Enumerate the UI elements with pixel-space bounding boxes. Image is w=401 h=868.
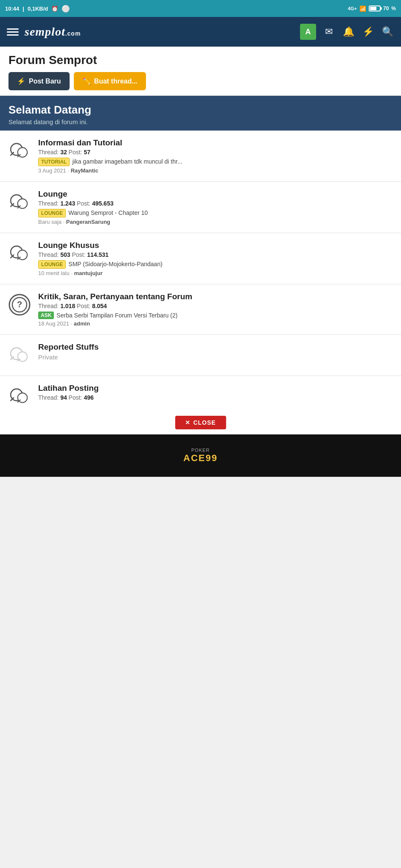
close-x-icon: ✕ xyxy=(185,419,191,426)
ad-logo: ACE99 xyxy=(183,453,218,464)
forum-last-post-lounge-khusus: LOUNGE SMP (Sidoarjo-Mojokerto-Pandaan) xyxy=(38,260,394,269)
status-right: 4G+ 📶 70 % xyxy=(348,6,396,12)
forum-item-reported-stuffs[interactable]: Reported Stuffs Private xyxy=(0,335,401,376)
forum-info-reported: Reported Stuffs Private xyxy=(38,342,394,361)
page-title: Forum Semprot xyxy=(8,53,393,67)
forum-list: Informasi dan Tutorial Thread: 32 Post: … xyxy=(0,131,401,434)
forum-info-informasi: Informasi dan Tutorial Thread: 32 Post: … xyxy=(38,138,394,174)
forum-info-latihan: Latihan Posting Thread: 94 Post: 496 xyxy=(38,384,394,403)
forum-meta-lounge-khusus: 10 menit lalu · mantujujur xyxy=(38,270,394,276)
section-header: Selamat Datang Selamat datang di forum i… xyxy=(0,96,401,131)
forum-item-latihan-posting[interactable]: Latihan Posting Thread: 94 Post: 496 ✕ C… xyxy=(0,376,401,434)
battery-fill xyxy=(370,7,376,10)
private-label: Private xyxy=(38,353,394,361)
status-bar: 10:44 | 0,1KB/d ⏰ ⚪ 4G+ 📶 70 % xyxy=(0,0,401,17)
post-baru-button[interactable]: ⚡ Post Baru xyxy=(8,72,70,90)
svg-text:?: ? xyxy=(17,300,22,309)
action-buttons: ⚡ Post Baru ✏️ Buat thread... xyxy=(8,72,393,90)
forum-icon-lounge-khusus xyxy=(7,241,32,266)
hamburger-menu-icon[interactable] xyxy=(7,28,19,36)
forum-last-post-informasi: TUTORIAL jika gambar imagebam tdk muncul… xyxy=(38,158,394,166)
ad-content: POKER ACE99 xyxy=(183,448,218,464)
forum-last-post-kritik: ASK Serba Serbi Tampilan Forum Versi Ter… xyxy=(38,312,394,319)
forum-meta-lounge: Baru saja · PangeranSarung xyxy=(38,219,394,225)
bell-icon[interactable]: 🔔 xyxy=(342,25,355,39)
forum-info-lounge-khusus: Lounge Khusus Thread: 503 Post: 114.531 … xyxy=(38,241,394,276)
site-logo[interactable]: semplot.com xyxy=(25,25,294,39)
last-post-text-informasi: jika gambar imagebam tdk muncul di thr..… xyxy=(72,158,182,165)
forum-stats-lounge-khusus: Thread: 503 Post: 114.531 xyxy=(38,251,394,258)
forum-icon-informasi xyxy=(7,138,32,164)
forum-name-lounge-khusus: Lounge Khusus xyxy=(38,241,394,250)
forum-stats-informasi: Thread: 32 Post: 57 xyxy=(38,149,394,156)
forum-last-post-lounge: LOUNGE Warung Semprot - Chapter 10 xyxy=(38,209,394,217)
forum-info-kritik-saran: Kritik, Saran, Pertanyaan tentang Forum … xyxy=(38,292,394,327)
forum-stats-latihan: Thread: 94 Post: 496 xyxy=(38,394,394,401)
status-network: | xyxy=(22,6,24,12)
tag-tutorial: TUTORIAL xyxy=(38,158,70,166)
battery-icon xyxy=(369,6,381,11)
edit-btn-icon: ✏️ xyxy=(82,77,91,85)
close-label: CLOSE xyxy=(193,419,216,426)
forum-meta-kritik: 18 Aug 2021 · admin xyxy=(38,320,394,327)
forum-item-informasi-tutorial[interactable]: Informasi dan Tutorial Thread: 32 Post: … xyxy=(0,131,401,182)
forum-name-reported: Reported Stuffs xyxy=(38,342,394,352)
forum-meta-informasi: 3 Aug 2021 · RayMantic xyxy=(38,167,394,174)
carrier-label: 4G+ xyxy=(348,6,357,11)
section-subtitle: Selamat datang di forum ini. xyxy=(8,118,393,125)
last-post-text-lounge-khusus: SMP (Sidoarjo-Mojokerto-Pandaan) xyxy=(68,260,163,268)
tag-ask: ASK xyxy=(38,312,54,319)
main-content: Forum Semprot ⚡ Post Baru ✏️ Buat thread… xyxy=(0,47,401,477)
flash-btn-icon: ⚡ xyxy=(17,77,25,85)
forum-name-kritik-saran: Kritik, Saran, Pertanyaan tentang Forum xyxy=(38,292,394,301)
signal-icon: 📶 xyxy=(359,6,366,12)
battery-percent: 70 xyxy=(383,6,389,11)
status-time: 10:44 xyxy=(5,6,19,12)
forum-info-lounge: Lounge Thread: 1.243 Post: 495.653 LOUNG… xyxy=(38,189,394,225)
section-title: Selamat Datang xyxy=(8,103,393,117)
logo-domain: .com xyxy=(65,30,81,37)
mail-icon[interactable]: ✉ xyxy=(322,25,336,39)
ad-poker-label: POKER xyxy=(183,448,218,453)
tag-lounge: LOUNGE xyxy=(38,209,66,217)
tag-lounge-khusus: LOUNGE xyxy=(38,260,66,269)
close-button[interactable]: ✕ CLOSE xyxy=(175,416,226,429)
logo-text: semplot xyxy=(25,25,65,38)
forum-stats-lounge: Thread: 1.243 Post: 495.653 xyxy=(38,200,394,207)
user-avatar[interactable]: A xyxy=(300,24,316,40)
battery-percent-sign: % xyxy=(391,6,396,11)
page-header: Forum Semprot ⚡ Post Baru ✏️ Buat thread… xyxy=(0,47,401,96)
status-data-speed: 0,1KB/d xyxy=(28,6,48,12)
forum-item-lounge-khusus[interactable]: Lounge Khusus Thread: 503 Post: 114.531 … xyxy=(0,233,401,284)
forum-name-lounge: Lounge xyxy=(38,189,394,199)
forum-icon-kritik-saran: ? xyxy=(7,292,32,317)
footer-ad[interactable]: POKER ACE99 xyxy=(0,434,401,477)
forum-icon-latihan xyxy=(7,384,32,409)
search-icon[interactable]: 🔍 xyxy=(381,25,394,39)
post-baru-label: Post Baru xyxy=(29,78,61,85)
last-post-text-lounge: Warung Semprot - Chapter 10 xyxy=(68,209,148,217)
forum-icon-reported xyxy=(7,342,32,368)
buat-thread-label: Buat thread... xyxy=(94,78,137,85)
forum-item-kritik-saran[interactable]: ? Kritik, Saran, Pertanyaan tentang Foru… xyxy=(0,284,401,335)
alarm-icon: ⏰ xyxy=(51,6,58,12)
forum-icon-lounge xyxy=(7,189,32,215)
nav-bar: semplot.com A ✉ 🔔 ⚡ 🔍 xyxy=(0,17,401,47)
forum-item-lounge[interactable]: Lounge Thread: 1.243 Post: 495.653 LOUNG… xyxy=(0,182,401,233)
sync-icon: ⚪ xyxy=(62,5,70,13)
last-post-text-kritik: Serba Serbi Tampilan Forum Versi Terbaru… xyxy=(56,312,177,319)
forum-name-latihan: Latihan Posting xyxy=(38,384,394,393)
buat-thread-button[interactable]: ✏️ Buat thread... xyxy=(74,72,146,90)
status-left: 10:44 | 0,1KB/d ⏰ ⚪ xyxy=(5,5,70,13)
flash-icon[interactable]: ⚡ xyxy=(361,25,375,39)
forum-stats-kritik-saran: Thread: 1.018 Post: 8.054 xyxy=(38,303,394,309)
forum-name-informasi: Informasi dan Tutorial xyxy=(38,138,394,147)
